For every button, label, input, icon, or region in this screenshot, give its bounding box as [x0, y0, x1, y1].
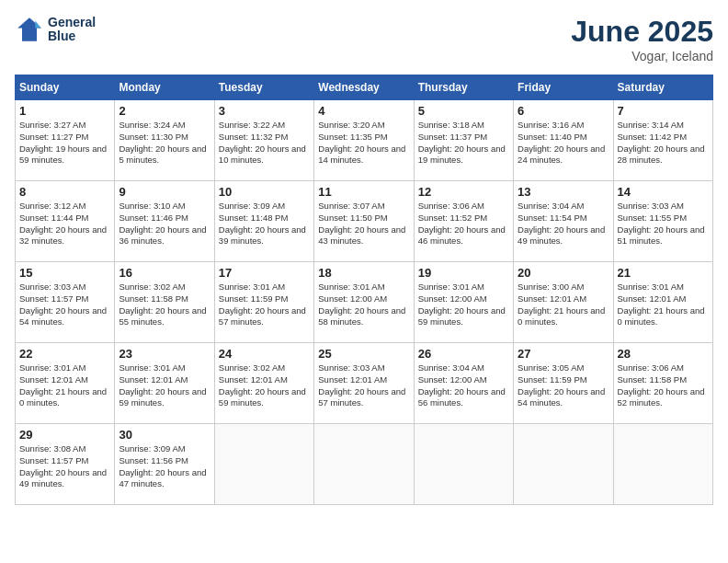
col-tuesday: Tuesday — [214, 75, 313, 100]
calendar-week: 15Sunrise: 3:03 AM Sunset: 11:57 PM Dayl… — [16, 262, 713, 343]
table-row: 26Sunrise: 3:04 AM Sunset: 12:00 AM Dayl… — [414, 343, 513, 424]
day-info: Sunrise: 3:00 AM Sunset: 12:01 AM Daylig… — [518, 282, 609, 328]
day-info: Sunrise: 3:03 AM Sunset: 12:01 AM Daylig… — [318, 362, 409, 409]
day-info: Sunrise: 3:03 AM Sunset: 11:55 PM Daylig… — [618, 201, 709, 247]
table-row: 12Sunrise: 3:06 AM Sunset: 11:52 PM Dayl… — [414, 181, 513, 262]
table-row — [414, 424, 513, 505]
day-number: 3 — [219, 104, 310, 118]
day-number: 9 — [119, 185, 210, 199]
table-row: 20Sunrise: 3:00 AM Sunset: 12:01 AM Dayl… — [514, 262, 613, 343]
day-number: 10 — [219, 185, 310, 199]
day-info: Sunrise: 3:24 AM Sunset: 11:30 PM Daylig… — [119, 120, 210, 167]
day-info: Sunrise: 3:10 AM Sunset: 11:46 PM Daylig… — [119, 201, 210, 247]
day-number: 27 — [518, 347, 609, 361]
logo: General Blue — [15, 15, 96, 44]
day-number: 7 — [618, 104, 709, 118]
day-number: 28 — [618, 347, 709, 361]
day-number: 30 — [119, 428, 210, 442]
table-row: 6Sunrise: 3:16 AM Sunset: 11:40 PM Dayli… — [514, 100, 613, 181]
day-number: 24 — [219, 347, 310, 361]
day-number: 14 — [618, 185, 709, 199]
table-row: 29Sunrise: 3:08 AM Sunset: 11:57 PM Dayl… — [16, 424, 115, 505]
table-row: 5Sunrise: 3:18 AM Sunset: 11:37 PM Dayli… — [414, 100, 513, 181]
day-info: Sunrise: 3:01 AM Sunset: 11:59 PM Daylig… — [219, 282, 310, 328]
day-info: Sunrise: 3:09 AM Sunset: 11:48 PM Daylig… — [219, 201, 310, 247]
day-number: 23 — [119, 347, 210, 361]
day-number: 19 — [418, 266, 509, 280]
day-number: 18 — [318, 266, 409, 280]
table-row: 9Sunrise: 3:10 AM Sunset: 11:46 PM Dayli… — [115, 181, 214, 262]
table-row — [214, 424, 313, 505]
table-row: 25Sunrise: 3:03 AM Sunset: 12:01 AM Dayl… — [314, 343, 414, 424]
day-info: Sunrise: 3:02 AM Sunset: 12:01 AM Daylig… — [219, 362, 310, 409]
day-number: 4 — [318, 104, 409, 118]
logo-text: General Blue — [48, 16, 96, 44]
day-info: Sunrise: 3:01 AM Sunset: 12:00 AM Daylig… — [318, 282, 409, 328]
day-number: 17 — [219, 266, 310, 280]
table-row: 18Sunrise: 3:01 AM Sunset: 12:00 AM Dayl… — [314, 262, 414, 343]
day-number: 20 — [518, 266, 609, 280]
table-row: 10Sunrise: 3:09 AM Sunset: 11:48 PM Dayl… — [214, 181, 313, 262]
day-info: Sunrise: 3:01 AM Sunset: 12:01 AM Daylig… — [19, 362, 110, 409]
day-info: Sunrise: 3:27 AM Sunset: 11:27 PM Daylig… — [19, 120, 110, 167]
table-row: 22Sunrise: 3:01 AM Sunset: 12:01 AM Dayl… — [16, 343, 115, 424]
day-info: Sunrise: 3:02 AM Sunset: 11:58 PM Daylig… — [119, 282, 210, 328]
col-saturday: Saturday — [613, 75, 712, 100]
table-row: 17Sunrise: 3:01 AM Sunset: 11:59 PM Dayl… — [214, 262, 313, 343]
day-info: Sunrise: 3:05 AM Sunset: 11:59 PM Daylig… — [518, 362, 609, 409]
day-number: 21 — [618, 266, 709, 280]
table-row — [613, 424, 712, 505]
location: Vogar, Iceland — [571, 49, 713, 63]
table-row — [514, 424, 613, 505]
calendar-week: 29Sunrise: 3:08 AM Sunset: 11:57 PM Dayl… — [16, 424, 713, 505]
day-number: 12 — [418, 185, 509, 199]
header-row: Sunday Monday Tuesday Wednesday Thursday… — [16, 75, 713, 100]
day-info: Sunrise: 3:12 AM Sunset: 11:44 PM Daylig… — [19, 201, 110, 247]
table-row: 4Sunrise: 3:20 AM Sunset: 11:35 PM Dayli… — [314, 100, 414, 181]
table-row: 7Sunrise: 3:14 AM Sunset: 11:42 PM Dayli… — [613, 100, 712, 181]
day-number: 2 — [119, 104, 210, 118]
table-row: 14Sunrise: 3:03 AM Sunset: 11:55 PM Dayl… — [613, 181, 712, 262]
table-row: 11Sunrise: 3:07 AM Sunset: 11:50 PM Dayl… — [314, 181, 414, 262]
logo-line2: Blue — [48, 29, 96, 43]
day-number: 29 — [19, 428, 110, 442]
calendar-table: Sunday Monday Tuesday Wednesday Thursday… — [15, 75, 713, 505]
logo-line1: General — [48, 16, 96, 29]
table-row: 2Sunrise: 3:24 AM Sunset: 11:30 PM Dayli… — [115, 100, 214, 181]
calendar-body: 1Sunrise: 3:27 AM Sunset: 11:27 PM Dayli… — [16, 100, 713, 505]
col-sunday: Sunday — [16, 75, 115, 100]
day-info: Sunrise: 3:01 AM Sunset: 12:01 AM Daylig… — [618, 282, 709, 328]
day-info: Sunrise: 3:14 AM Sunset: 11:42 PM Daylig… — [618, 120, 709, 167]
col-thursday: Thursday — [414, 75, 513, 100]
calendar-week: 8Sunrise: 3:12 AM Sunset: 11:44 PM Dayli… — [16, 181, 713, 262]
month-title: June 2025 — [571, 15, 713, 49]
table-row: 28Sunrise: 3:06 AM Sunset: 11:58 PM Dayl… — [613, 343, 712, 424]
day-info: Sunrise: 3:04 AM Sunset: 11:54 PM Daylig… — [518, 201, 609, 247]
table-row: 21Sunrise: 3:01 AM Sunset: 12:01 AM Dayl… — [613, 262, 712, 343]
table-row: 23Sunrise: 3:01 AM Sunset: 12:01 AM Dayl… — [115, 343, 214, 424]
day-number: 6 — [518, 104, 609, 118]
table-row: 19Sunrise: 3:01 AM Sunset: 12:00 AM Dayl… — [414, 262, 513, 343]
table-row: 30Sunrise: 3:09 AM Sunset: 11:56 PM Dayl… — [115, 424, 214, 505]
day-info: Sunrise: 3:06 AM Sunset: 11:58 PM Daylig… — [618, 362, 709, 409]
day-number: 1 — [19, 104, 110, 118]
day-number: 25 — [318, 347, 409, 361]
day-number: 15 — [19, 266, 110, 280]
table-row: 24Sunrise: 3:02 AM Sunset: 12:01 AM Dayl… — [214, 343, 313, 424]
calendar-week: 1Sunrise: 3:27 AM Sunset: 11:27 PM Dayli… — [16, 100, 713, 181]
day-info: Sunrise: 3:22 AM Sunset: 11:32 PM Daylig… — [219, 120, 310, 167]
day-number: 11 — [318, 185, 409, 199]
day-number: 5 — [418, 104, 509, 118]
day-info: Sunrise: 3:09 AM Sunset: 11:56 PM Daylig… — [119, 443, 210, 490]
day-number: 22 — [19, 347, 110, 361]
title-area: June 2025 Vogar, Iceland — [571, 15, 713, 63]
day-info: Sunrise: 3:20 AM Sunset: 11:35 PM Daylig… — [318, 120, 409, 167]
col-monday: Monday — [115, 75, 214, 100]
calendar-week: 22Sunrise: 3:01 AM Sunset: 12:01 AM Dayl… — [16, 343, 713, 424]
day-number: 8 — [19, 185, 110, 199]
page-header: General Blue June 2025 Vogar, Iceland — [15, 15, 713, 63]
table-row: 8Sunrise: 3:12 AM Sunset: 11:44 PM Dayli… — [16, 181, 115, 262]
table-row — [314, 424, 414, 505]
table-row: 13Sunrise: 3:04 AM Sunset: 11:54 PM Dayl… — [514, 181, 613, 262]
day-number: 26 — [418, 347, 509, 361]
